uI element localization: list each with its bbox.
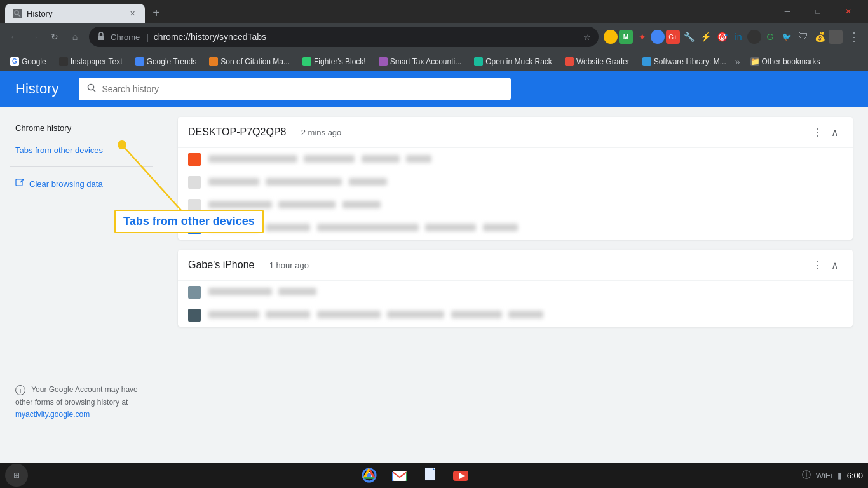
smarttax-favicon <box>379 57 388 66</box>
window-controls: ─ □ ✕ <box>773 3 863 23</box>
forward-button[interactable]: → <box>25 28 43 46</box>
tab-item-text <box>208 222 518 234</box>
extension-icon-11[interactable]: G <box>763 29 778 44</box>
bookmark-muck[interactable]: Open in Muck Rack <box>469 55 557 69</box>
sidebar-item-tabs-other-devices[interactable]: Tabs from other devices <box>0 139 153 161</box>
extension-icon-15[interactable] <box>829 30 843 44</box>
extension-icon-4[interactable] <box>651 30 665 44</box>
extension-icon-9[interactable]: in <box>731 29 746 44</box>
extension-icon-3[interactable]: ✦ <box>634 29 649 44</box>
maximize-button[interactable]: □ <box>803 3 832 20</box>
taskbar-youtube-icon[interactable] <box>448 463 473 488</box>
tab-item[interactable] <box>178 171 853 194</box>
extension-icon-1[interactable] <box>604 30 618 44</box>
tab-item[interactable] <box>178 304 853 327</box>
bookmark-trends[interactable]: Google Trends <box>130 55 202 69</box>
svg-point-0 <box>15 11 18 15</box>
device-menu-button-desktop[interactable]: ⋮ <box>810 125 825 140</box>
search-input[interactable] <box>102 84 503 94</box>
taskbar-chrome-icon[interactable] <box>356 463 382 488</box>
bookmark-instapaper[interactable]: Instapaper Text <box>54 55 128 69</box>
softwarelib-favicon <box>642 57 651 66</box>
taskbar-gmail-icon[interactable] <box>387 463 412 488</box>
bookmark-fighters[interactable]: Fighter's Block! <box>297 55 371 69</box>
tab-item-text <box>208 177 387 188</box>
address-bar[interactable]: Chrome | chrome://history/syncedTabs ☆ <box>89 27 599 47</box>
sidebar-item-chrome-history[interactable]: Chrome history <box>0 117 153 139</box>
extension-icon-10[interactable] <box>747 30 761 44</box>
extension-icon-7[interactable]: ⚡ <box>698 29 713 44</box>
url-scheme: Chrome <box>111 32 140 42</box>
svg-line-4 <box>93 90 96 92</box>
device-collapse-button-iphone[interactable]: ∧ <box>827 257 843 273</box>
device-card-iphone: Gabe's iPhone – 1 hour ago ⋮ ∧ <box>178 250 853 327</box>
close-button[interactable]: ✕ <box>834 3 863 20</box>
tab-item-text <box>208 287 316 298</box>
taskbar-docs-icon[interactable] <box>417 463 443 488</box>
extension-icon-6[interactable]: 🔧 <box>681 29 696 44</box>
tab-favicon <box>13 9 22 18</box>
extension-icon-8[interactable]: 🎯 <box>714 29 729 44</box>
bookmark-other[interactable]: 📁 Other bookmarks <box>745 55 825 69</box>
history-header: History <box>0 71 868 107</box>
extension-icon-14[interactable]: 💰 <box>812 29 827 44</box>
history-page-title: History <box>15 81 58 97</box>
tab-item-text <box>208 200 381 211</box>
myactivity-link[interactable]: myactivity.google.com <box>15 410 90 419</box>
sidebar-wrapper: Chrome history Tabs from other devices C… <box>0 107 163 463</box>
extension-icon-13[interactable]: 🛡 <box>796 29 811 44</box>
taskbar-system-icon[interactable]: ⊞ <box>5 464 28 487</box>
svg-line-1 <box>18 15 21 17</box>
bookmark-button[interactable]: ☆ <box>583 32 591 42</box>
device-header-desktop: DESKTOP-P7Q2QP8 – 2 mins ago ⋮ ∧ <box>178 117 853 148</box>
bookmark-citation[interactable]: Son of Citation Ma... <box>204 55 295 69</box>
extension-icon-2[interactable]: M <box>619 30 633 44</box>
more-menu-button[interactable]: ⋮ <box>845 28 863 46</box>
extension-icon-5[interactable]: G+ <box>666 30 680 44</box>
svg-rect-13 <box>427 473 433 473</box>
tab-item[interactable] <box>178 281 853 304</box>
folder-favicon: 📁 <box>750 57 759 66</box>
google-favicon: G <box>10 57 19 66</box>
active-tab[interactable]: History ✕ <box>5 4 145 23</box>
device-name-iphone: Gabe's iPhone – 1 hour ago <box>188 259 807 271</box>
taskbar-left: ⊞ <box>5 464 28 487</box>
minimize-button[interactable]: ─ <box>773 3 802 20</box>
history-page: History Chrome history Tabs from other d… <box>0 71 868 463</box>
extension-icon-12[interactable]: 🐦 <box>779 29 794 44</box>
citation-favicon <box>209 57 218 66</box>
taskbar-right: ⓘ WiFi ▮ 6:00 <box>802 470 863 481</box>
svg-point-3 <box>88 85 94 90</box>
muck-favicon <box>474 57 483 66</box>
bookmark-google[interactable]: G Google <box>5 55 51 69</box>
back-button[interactable]: ← <box>5 28 23 46</box>
tab-item[interactable] <box>178 148 853 171</box>
bookmark-smarttax-label: Smart Tax Accounti... <box>390 57 462 66</box>
tab-item[interactable] <box>178 217 853 240</box>
tab-item-text <box>208 309 543 321</box>
bookmark-citation-label: Son of Citation Ma... <box>220 57 290 66</box>
home-button[interactable]: ⌂ <box>66 28 84 46</box>
device-menu-button-iphone[interactable]: ⋮ <box>810 257 825 273</box>
tab-item[interactable] <box>178 194 853 217</box>
device-time-iphone: – 1 hour ago <box>262 261 309 270</box>
websitegrader-favicon <box>565 57 574 66</box>
new-tab-button[interactable]: + <box>147 4 165 22</box>
toolbar-icons: M ✦ G+ 🔧 ⚡ 🎯 in G 🐦 🛡 💰 <box>604 29 843 44</box>
sidebar-divider <box>10 166 153 167</box>
bookmark-other-label: Other bookmarks <box>762 57 820 66</box>
search-bar[interactable] <box>79 78 511 100</box>
refresh-button[interactable]: ↻ <box>46 28 64 46</box>
tab-title: History <box>27 9 122 18</box>
bookmark-websitegrader-label: Website Grader <box>576 57 630 66</box>
bookmark-softwarelib[interactable]: Software Library: M... <box>637 55 731 69</box>
device-collapse-button-desktop[interactable]: ∧ <box>827 125 843 140</box>
battery-icon: ▮ <box>837 471 842 480</box>
tab-close-button[interactable]: ✕ <box>127 8 137 18</box>
bookmark-websitegrader[interactable]: Website Grader <box>560 55 635 69</box>
clear-browsing-data-link[interactable]: Clear browsing data <box>0 172 163 196</box>
title-bar: History ✕ + ─ □ ✕ <box>0 0 868 23</box>
device-card-desktop: DESKTOP-P7Q2QP8 – 2 mins ago ⋮ ∧ <box>178 117 853 240</box>
more-bookmarks-indicator[interactable]: » <box>735 57 740 67</box>
bookmark-smarttax[interactable]: Smart Tax Accounti... <box>374 55 467 69</box>
